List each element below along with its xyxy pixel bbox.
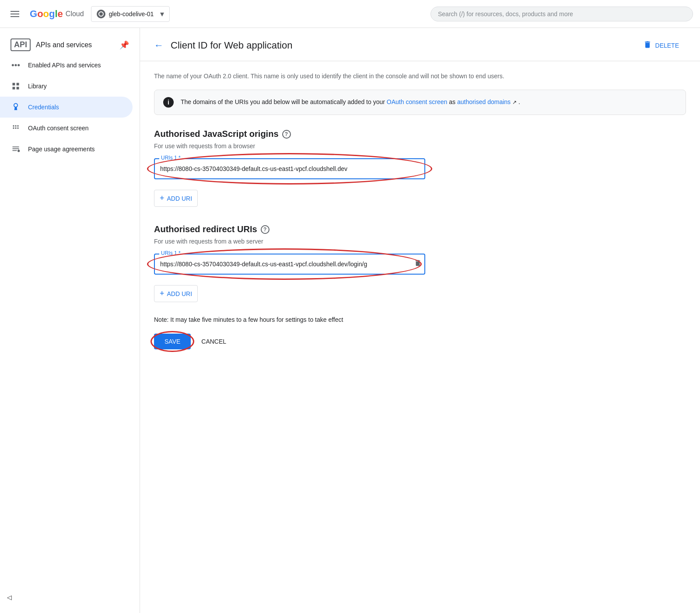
add-js-uri-btn-wrapper: + ADD URI xyxy=(154,190,686,207)
svg-point-8 xyxy=(15,125,16,126)
js-origins-uri-input[interactable] xyxy=(154,158,425,179)
project-dropdown-arrow: ▾ xyxy=(160,9,164,19)
api-badge: API xyxy=(10,38,31,51)
svg-point-11 xyxy=(15,127,16,129)
js-origins-subtitle: For use with requests from a browser xyxy=(154,143,686,150)
sidebar-item-oauth-consent[interactable]: OAuth consent screen xyxy=(0,118,133,139)
svg-point-0 xyxy=(15,64,17,66)
svg-rect-3 xyxy=(13,83,15,86)
sidebar-item-credentials[interactable]: Credentials xyxy=(0,97,133,118)
add-redirect-uri-btn-wrapper: + ADD URI xyxy=(154,285,686,302)
redirect-uri-wrapper: URIs 1 * xyxy=(154,254,425,275)
info-icon: i xyxy=(163,97,174,108)
oauth-consent-link[interactable]: OAuth consent screen xyxy=(387,98,448,105)
enabled-apis-icon xyxy=(10,60,21,70)
cloud-label: Cloud xyxy=(66,10,84,18)
svg-rect-14 xyxy=(13,148,19,149)
section-separator xyxy=(154,207,686,224)
svg-point-7 xyxy=(13,125,14,126)
svg-point-2 xyxy=(18,64,20,66)
svg-point-9 xyxy=(17,125,18,126)
page-title: Client ID for Web application xyxy=(171,40,629,51)
add-js-uri-label: ADD URI xyxy=(167,195,192,202)
uri-1-field: URIs 1 * xyxy=(154,158,425,179)
plus-icon-2: + xyxy=(160,289,164,298)
svg-point-12 xyxy=(17,127,18,129)
credentials-icon xyxy=(10,102,21,112)
js-origins-title: Authorised JavaScript origins ? xyxy=(154,129,686,139)
add-redirect-uri-button[interactable]: + ADD URI xyxy=(154,285,198,302)
sidebar-item-enabled-apis[interactable]: Enabled APIs and services xyxy=(0,55,133,76)
js-origins-uri-wrapper: URIs 1 * xyxy=(154,158,425,179)
redirect-input-wrapper xyxy=(154,254,425,275)
project-selector[interactable]: gleb-codelive-01 ▾ xyxy=(91,6,170,22)
sidebar-pin[interactable]: 📌 xyxy=(119,40,129,50)
svg-rect-4 xyxy=(17,83,19,86)
action-buttons: SAVE CANCEL xyxy=(154,334,686,349)
page-usage-icon xyxy=(10,144,21,154)
plus-icon: + xyxy=(160,194,164,203)
redirect-uri-input[interactable] xyxy=(154,254,425,275)
js-origins-section: Authorised JavaScript origins ? For use … xyxy=(154,129,686,207)
sidebar-collapse-button[interactable]: ◁ xyxy=(0,590,19,604)
redirect-uri-delete-icon[interactable] xyxy=(414,259,422,269)
spacer xyxy=(154,302,686,316)
svg-rect-5 xyxy=(13,87,15,90)
hamburger-menu[interactable] xyxy=(7,7,23,21)
sidebar-item-label-library: Library xyxy=(28,83,47,90)
cancel-button[interactable]: CANCEL xyxy=(198,334,230,349)
svg-rect-6 xyxy=(17,87,19,90)
sidebar-item-label-oauth-consent: OAuth consent screen xyxy=(28,125,89,132)
google-cloud-logo: Google Cloud xyxy=(30,8,84,20)
page-header: ← Client ID for Web application DELETE xyxy=(140,28,700,61)
delete-button[interactable]: DELETE xyxy=(636,37,686,54)
save-button-circle-wrapper: SAVE xyxy=(154,334,191,349)
svg-point-1 xyxy=(12,64,14,66)
redirect-uris-help-icon[interactable]: ? xyxy=(261,225,270,234)
authorised-domains-link[interactable]: authorised domains xyxy=(457,98,511,105)
library-icon xyxy=(10,81,21,91)
sidebar-item-page-usage[interactable]: Page usage agreements xyxy=(0,139,133,160)
svg-rect-13 xyxy=(13,146,19,147)
main-content: ← Client ID for Web application DELETE T… xyxy=(140,28,700,613)
project-name: gleb-codelive-01 xyxy=(109,10,157,17)
note-text: Note: It may take five minutes to a few … xyxy=(154,316,686,323)
svg-point-10 xyxy=(13,127,14,129)
top-nav: Google Cloud gleb-codelive-01 ▾ Search (… xyxy=(0,0,700,28)
svg-rect-15 xyxy=(13,150,17,151)
search-placeholder: Search (/) for resources, docs, products… xyxy=(438,10,573,17)
project-icon xyxy=(97,10,105,18)
redirect-uris-subtitle: For use with requests from a web server xyxy=(154,238,686,245)
sidebar: API APIs and services 📌 Enabled APIs and… xyxy=(0,28,140,613)
delete-label: DELETE xyxy=(655,42,679,49)
js-origins-help-icon[interactable]: ? xyxy=(282,130,291,139)
collapse-icon: ◁ xyxy=(7,594,12,601)
content-body: The name of your OAuth 2.0 client. This … xyxy=(140,61,700,360)
add-js-uri-button[interactable]: + ADD URI xyxy=(154,190,198,207)
delete-icon xyxy=(643,40,652,50)
add-redirect-uri-label: ADD URI xyxy=(167,290,192,297)
sidebar-item-label-credentials: Credentials xyxy=(28,104,59,111)
external-link-icon: ↗ xyxy=(512,99,517,105)
sidebar-item-library[interactable]: Library xyxy=(0,76,133,97)
redirect-uris-section: Authorised redirect URIs ? For use with … xyxy=(154,224,686,302)
back-button[interactable]: ← xyxy=(154,40,164,51)
redirect-uris-title: Authorised redirect URIs ? xyxy=(154,224,686,234)
info-banner: i The domains of the URIs you add below … xyxy=(154,90,686,115)
info-banner-text: The domains of the URIs you add below wi… xyxy=(181,97,520,107)
search-bar[interactable]: Search (/) for resources, docs, products… xyxy=(430,7,693,21)
sidebar-title: APIs and services xyxy=(36,41,92,49)
redirect-uri-1-label: URIs 1 * xyxy=(159,250,182,256)
sidebar-item-label-enabled-apis: Enabled APIs and services xyxy=(28,62,101,69)
oauth-consent-icon xyxy=(10,123,21,133)
uri-1-label: URIs 1 * xyxy=(159,155,182,161)
save-button[interactable]: SAVE xyxy=(154,334,191,349)
sidebar-header: API APIs and services 📌 xyxy=(0,31,140,55)
description-text: The name of your OAuth 2.0 client. This … xyxy=(154,72,686,81)
sidebar-item-label-page-usage: Page usage agreements xyxy=(28,146,95,153)
app-layout: API APIs and services 📌 Enabled APIs and… xyxy=(0,28,700,613)
redirect-uri-1-field: URIs 1 * xyxy=(154,254,425,275)
